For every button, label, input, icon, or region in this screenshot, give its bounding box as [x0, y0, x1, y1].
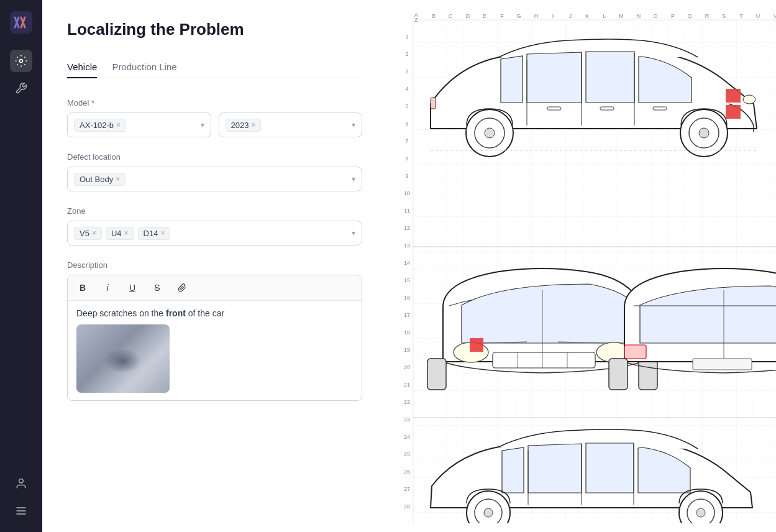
italic-button[interactable]: i — [100, 280, 115, 295]
svg-text:23: 23 — [404, 416, 410, 423]
svg-text:G: G — [516, 13, 521, 19]
svg-text:27: 27 — [404, 486, 410, 492]
svg-text:I: I — [552, 13, 554, 19]
svg-rect-87 — [427, 359, 446, 390]
diagram-container[interactable]: A Z B C D E F G H I J K L M N O P — [387, 0, 776, 532]
tabs: Vehicle Production Line — [67, 57, 362, 78]
model-tag-ax102b: AX-102-b × — [74, 119, 126, 132]
main-content: Localizing the Problem Vehicle Productio… — [42, 0, 776, 532]
year-select[interactable]: 2023 × ▾ — [219, 112, 363, 137]
svg-text:V: V — [774, 13, 776, 19]
model-row: AX-102-b × ▾ 2023 × ▾ — [67, 112, 362, 137]
svg-text:17: 17 — [404, 312, 410, 318]
remove-2023-tag[interactable]: × — [251, 121, 255, 129]
svg-text:11: 11 — [404, 208, 410, 214]
model-label: Model * — [67, 98, 362, 108]
tab-production-line[interactable]: Production Line — [112, 57, 176, 78]
svg-text:6: 6 — [405, 121, 408, 127]
svg-text:P: P — [671, 13, 675, 19]
svg-text:U: U — [756, 13, 760, 19]
sidebar — [0, 0, 42, 532]
description-field-group: Description B i U S Deep — [67, 260, 362, 401]
svg-text:13: 13 — [404, 242, 410, 249]
zone-tag-u4: U4 × — [106, 227, 134, 240]
svg-text:26: 26 — [404, 469, 410, 475]
attach-button[interactable] — [175, 280, 189, 295]
year-tag-2023: 2023 × — [226, 119, 262, 132]
right-panel: A Z B C D E F G H I J K L M N O P — [387, 0, 776, 532]
svg-rect-95 — [609, 359, 628, 390]
zone-tag-d14: D14 × — [138, 227, 171, 240]
image-preview-inner — [76, 324, 170, 393]
user-sidebar-icon[interactable] — [10, 472, 32, 495]
svg-text:H: H — [534, 13, 539, 19]
description-content[interactable]: Deep scratches on the front of the car — [68, 301, 362, 400]
svg-text:F: F — [500, 13, 504, 19]
svg-rect-81 — [493, 352, 595, 368]
underline-button[interactable]: U — [125, 280, 140, 295]
svg-text:1: 1 — [405, 34, 408, 40]
remove-d14-tag[interactable]: × — [160, 229, 165, 237]
svg-text:M: M — [619, 13, 624, 19]
image-preview — [76, 324, 170, 393]
description-text-before: Deep scratches on the — [76, 308, 166, 318]
svg-text:14: 14 — [404, 260, 410, 266]
svg-point-75 — [743, 95, 755, 104]
svg-text:9: 9 — [405, 173, 408, 179]
svg-text:2: 2 — [405, 51, 408, 57]
svg-rect-94 — [693, 359, 752, 370]
car-diagram-svg: A Z B C D E F G H I J K L M N O P — [395, 7, 776, 523]
svg-text:24: 24 — [404, 434, 410, 440]
menu-sidebar-icon[interactable] — [10, 500, 32, 522]
svg-text:R: R — [705, 13, 710, 19]
svg-text:15: 15 — [404, 277, 410, 283]
svg-text:22: 22 — [404, 399, 410, 405]
svg-rect-88 — [639, 359, 657, 390]
svg-text:T: T — [739, 13, 743, 19]
remove-v5-tag[interactable]: × — [92, 229, 96, 237]
gear-sidebar-icon[interactable] — [10, 50, 32, 72]
model-chevron-icon: ▾ — [201, 121, 204, 129]
svg-text:4: 4 — [405, 86, 408, 92]
svg-text:12: 12 — [404, 225, 410, 231]
defect-chevron-icon: ▾ — [352, 175, 355, 183]
svg-text:K: K — [585, 13, 589, 19]
svg-text:8: 8 — [405, 155, 408, 162]
year-chevron-icon: ▾ — [352, 121, 355, 129]
description-label: Description — [67, 260, 362, 270]
zone-label: Zone — [67, 206, 362, 216]
model-select[interactable]: AX-102-b × ▾ — [67, 112, 211, 137]
tab-vehicle[interactable]: Vehicle — [67, 57, 97, 78]
svg-text:Z: Z — [414, 17, 418, 23]
svg-text:5: 5 — [405, 103, 408, 109]
svg-text:C: C — [449, 13, 453, 19]
svg-rect-89 — [470, 338, 483, 352]
svg-text:Q: Q — [687, 13, 692, 19]
defect-label: Defect location — [67, 152, 362, 162]
svg-text:J: J — [569, 13, 572, 19]
svg-text:O: O — [653, 13, 657, 19]
zone-tag-v5: V5 × — [74, 227, 102, 240]
svg-point-1 — [20, 60, 23, 63]
svg-point-103 — [696, 508, 705, 517]
sidebar-bottom — [10, 472, 32, 522]
app-logo[interactable] — [9, 10, 34, 35]
defect-select[interactable]: Out Body × ▾ — [67, 167, 362, 191]
svg-text:S: S — [722, 13, 726, 19]
remove-ax102b-tag[interactable]: × — [116, 121, 121, 129]
svg-point-106 — [484, 508, 493, 517]
svg-text:N: N — [637, 13, 641, 19]
left-panel: Localizing the Problem Vehicle Productio… — [42, 0, 387, 532]
zone-select[interactable]: V5 × U4 × D14 × ▾ — [67, 221, 362, 245]
model-field-group: Model * AX-102-b × ▾ 2023 × — [67, 98, 362, 137]
svg-text:7: 7 — [405, 138, 408, 144]
page-title: Localizing the Problem — [67, 20, 362, 39]
bold-button[interactable]: B — [75, 280, 90, 295]
svg-text:20: 20 — [404, 364, 410, 370]
description-bold-text: front — [166, 308, 186, 318]
remove-outbody-tag[interactable]: × — [116, 175, 120, 183]
remove-u4-tag[interactable]: × — [124, 229, 129, 237]
svg-text:19: 19 — [404, 347, 410, 353]
strikethrough-button[interactable]: S — [150, 280, 165, 295]
tools-sidebar-icon[interactable] — [10, 77, 32, 99]
